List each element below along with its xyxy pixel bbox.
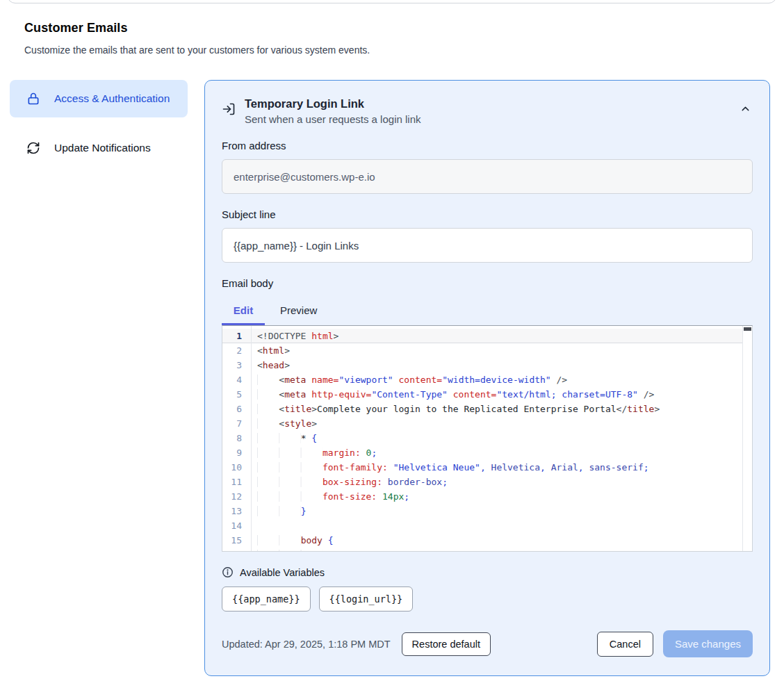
chevron-up-icon	[740, 103, 751, 115]
from-address-label: From address	[222, 140, 753, 151]
subject-line-label: Subject line	[222, 208, 753, 220]
code-line: <head>	[257, 358, 741, 372]
scrollbar-thumb[interactable]	[744, 327, 751, 331]
tab-edit[interactable]: Edit	[222, 300, 265, 325]
line-number: 9	[222, 445, 251, 460]
line-number: 11	[222, 475, 251, 489]
collapse-button[interactable]	[740, 103, 751, 115]
variable-chips: {{app_name}} {{login_url}}	[222, 586, 753, 612]
email-settings-panel: Temporary Login Link Sent when a user re…	[204, 80, 770, 676]
content-layout: Access & Authentication Update Notificat…	[10, 80, 770, 676]
sidebar-item-access-authentication[interactable]: Access & Authentication	[10, 80, 188, 117]
line-number: 8	[222, 431, 251, 445]
variable-chip-app-name[interactable]: {{app_name}}	[222, 586, 311, 612]
line-number: 5	[222, 387, 251, 402]
page-header: Customer Emails Customize the emails tha…	[24, 21, 784, 56]
editor-code: <!DOCTYPE html><html><head> <meta name="…	[252, 326, 752, 551]
save-changes-button[interactable]: Save changes	[663, 630, 753, 657]
panel-header-text: Temporary Login Link Sent when a user re…	[245, 97, 420, 125]
available-variables-label: Available Variables	[240, 567, 325, 578]
line-number: 16	[222, 548, 251, 552]
line-number: 1	[222, 329, 251, 343]
line-number: 3	[222, 358, 251, 372]
restore-default-button[interactable]: Restore default	[402, 632, 491, 656]
code-line: background-color: #f9f9f9;	[257, 548, 741, 551]
code-line: <html>	[257, 343, 741, 358]
code-line: <style>	[257, 416, 741, 431]
previous-card-edge	[7, 0, 777, 3]
line-number: 6	[222, 402, 251, 416]
refresh-icon	[26, 141, 41, 155]
sidebar-item-label: Access & Authentication	[54, 90, 170, 107]
editor-scrollbar[interactable]	[742, 326, 752, 551]
code-line: font-size: 14px;	[257, 489, 741, 504]
email-body-tabs: Edit Preview	[222, 300, 753, 325]
sidebar-item-label: Update Notifications	[54, 140, 151, 156]
sidebar-item-update-notifications[interactable]: Update Notifications	[10, 129, 188, 167]
email-body-label: Email body	[222, 277, 753, 289]
code-line: margin: 0;	[257, 445, 741, 460]
line-number: 2	[222, 343, 251, 358]
line-number: 4	[222, 372, 251, 387]
available-variables-header: Available Variables	[222, 566, 753, 578]
line-number: 14	[222, 518, 251, 533]
code-line: * {	[257, 431, 741, 445]
code-line: body {	[257, 533, 741, 548]
code-line: <!DOCTYPE html>	[257, 329, 741, 343]
code-editor[interactable]: 12345678910111213141516 <!DOCTYPE html><…	[222, 325, 753, 552]
page-description: Customize the emails that are sent to yo…	[24, 44, 784, 56]
line-number: 15	[222, 533, 251, 548]
panel-header: Temporary Login Link Sent when a user re…	[222, 97, 753, 125]
lock-icon	[26, 92, 41, 106]
subject-line-input[interactable]	[222, 228, 753, 263]
tab-preview[interactable]: Preview	[265, 300, 332, 325]
page-title: Customer Emails	[24, 21, 784, 35]
panel-title: Temporary Login Link	[245, 97, 420, 110]
line-number: 7	[222, 416, 251, 431]
panel-footer: Updated: Apr 29, 2025, 1:18 PM MDT Resto…	[222, 630, 753, 657]
code-line: <meta http-equiv="Content-Type" content=…	[257, 387, 741, 402]
line-number: 12	[222, 489, 251, 504]
code-line	[257, 518, 741, 533]
code-line: font-family: "Helvetica Neue", Helvetica…	[257, 460, 741, 475]
sidebar: Access & Authentication Update Notificat…	[10, 80, 188, 167]
from-address-input[interactable]	[222, 159, 753, 194]
variable-chip-login-url[interactable]: {{login_url}}	[319, 586, 414, 612]
code-line: <title>Complete your login to the Replic…	[257, 402, 741, 416]
code-line: }	[257, 504, 741, 518]
panel-subtitle: Sent when a user requests a login link	[245, 113, 420, 125]
line-number: 13	[222, 504, 251, 518]
info-icon	[222, 566, 234, 578]
login-icon	[222, 102, 236, 125]
line-number: 10	[222, 460, 251, 475]
editor-gutter: 12345678910111213141516	[222, 326, 252, 551]
code-line: <meta name="viewport" content="width=dev…	[257, 372, 741, 387]
cancel-button[interactable]: Cancel	[597, 632, 653, 657]
updated-timestamp: Updated: Apr 29, 2025, 1:18 PM MDT	[222, 639, 391, 650]
code-line: box-sizing: border-box;	[257, 475, 741, 489]
